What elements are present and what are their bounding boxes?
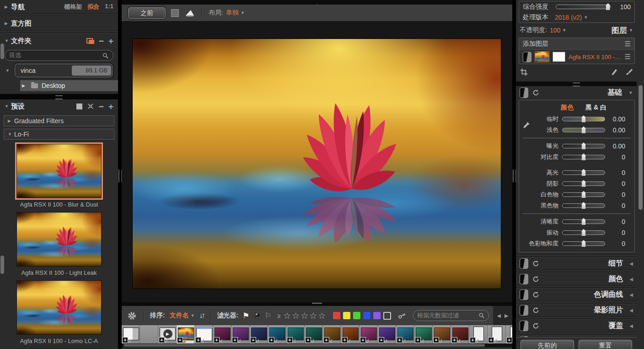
flag-unflagged-icon[interactable]: ⚐ (265, 311, 272, 321)
overall-intensity-slider[interactable] (556, 5, 611, 9)
collapse-triangle-icon[interactable]: ▼ (5, 104, 11, 109)
view-mode-1:1[interactable]: 1:1 (105, 3, 113, 11)
eraser-icon[interactable] (610, 68, 618, 76)
panel-toggle-icon[interactable] (520, 274, 528, 284)
slider-thumb[interactable] (582, 202, 586, 209)
presets-panel-header[interactable]: ▼ 预设 − + (0, 99, 118, 113)
slider-thumb[interactable] (582, 115, 586, 122)
chevron-left-icon[interactable]: ◀ (629, 277, 633, 282)
chevron-down-icon[interactable]: ▼ (584, 15, 588, 20)
filmstrip-cell[interactable]: + (414, 325, 433, 344)
chevron-left-icon[interactable]: ◀ (629, 261, 633, 266)
menu-icon[interactable]: ☰ (625, 53, 631, 61)
basic-panel-header[interactable]: 基础 ▼ (516, 86, 637, 99)
flag-reject-icon[interactable]: ⚑✕ (254, 311, 261, 321)
grid-view-icon[interactable] (76, 104, 82, 109)
slider-振动[interactable] (562, 230, 605, 235)
keyword-key-icon[interactable] (396, 309, 408, 322)
slider-黑色物[interactable] (562, 203, 605, 208)
tab-黑 & 白[interactable]: 黑 & 白 (585, 104, 606, 112)
filmstrip-cell[interactable]: + (122, 325, 140, 344)
filmstrip-cell[interactable]: + (433, 325, 451, 344)
collapse-triangle-icon[interactable]: ▼ (8, 132, 14, 136)
preset-thumbnail[interactable] (16, 280, 102, 335)
filmstrip-cell[interactable]: ▶+ (158, 325, 177, 344)
panel-toggle-icon[interactable] (520, 305, 528, 316)
slider-浅色[interactable] (562, 128, 605, 132)
collapse-triangle-icon[interactable]: ▼ (5, 38, 11, 43)
sort-value[interactable]: 文件名 (170, 311, 189, 320)
panel-toggle-icon[interactable] (520, 321, 528, 331)
slider-thumb[interactable] (582, 218, 586, 225)
flag-pick-icon[interactable]: ⚑ (242, 311, 249, 321)
filmstrip-cell[interactable]: + (341, 325, 360, 344)
expand-triangle-icon[interactable]: ▶ (22, 83, 28, 88)
slider-thumb[interactable] (582, 153, 586, 160)
nav-panel-header[interactable]: ▶ 导航 棚格架拟合1:1 (0, 0, 118, 14)
layer-mask-thumbnail[interactable] (553, 52, 565, 62)
before-button[interactable]: 之前 (128, 7, 166, 19)
section-header-细节[interactable]: 细节◀ (516, 257, 637, 270)
section-header-色调曲线[interactable]: 色调曲线◀ (516, 288, 637, 301)
drive-box[interactable]: vinca 89.1 GB (15, 64, 113, 77)
add-preset-button[interactable]: + (108, 102, 113, 111)
collapse-all-icon[interactable] (87, 103, 94, 110)
next-arrow-icon[interactable]: ▶ (504, 313, 508, 319)
view-mode-拟合[interactable]: 拟合 (87, 3, 99, 11)
crop-icon[interactable] (520, 68, 528, 76)
panel-toggle-icon[interactable] (520, 289, 528, 300)
filmstrip-cell[interactable]: + (213, 325, 231, 344)
slider-白色物[interactable] (562, 192, 605, 197)
scrollbar-thumb[interactable] (123, 344, 485, 347)
slider-thumb[interactable] (582, 126, 586, 133)
filmstrip-cell[interactable]: + (231, 325, 250, 344)
filmstrip-cell[interactable]: + (469, 325, 488, 344)
filmstrip-cell[interactable]: + (378, 325, 396, 344)
filmstrip-cell[interactable]: + (323, 325, 341, 344)
remove-preset-button[interactable]: − (99, 102, 104, 111)
filmstrip-scrollbar[interactable] (122, 344, 512, 347)
layout-value[interactable]: 单独 (226, 9, 239, 17)
right-splitter[interactable] (512, 0, 516, 349)
drive-row[interactable]: ▼ vinca 89.1 GB (5, 64, 113, 77)
gear-icon[interactable] (127, 311, 137, 321)
collapse-triangle-icon[interactable]: ▼ (5, 68, 12, 73)
color-label-#2a50f0[interactable] (363, 312, 370, 319)
add-layer-row[interactable]: 添加图层 ☰ (519, 38, 634, 50)
opacity-value[interactable]: 100 (550, 27, 560, 34)
filmstrip-cell[interactable]: + (195, 325, 213, 344)
reset-panel-icon[interactable] (532, 275, 540, 283)
slider-色彩饱和度[interactable] (562, 241, 605, 246)
filmstrip-cell[interactable]: + (488, 325, 506, 344)
menu-icon[interactable]: ☰ (625, 40, 631, 48)
chevron-down-icon[interactable]: ▼ (191, 313, 195, 318)
brush-icon[interactable] (625, 68, 633, 76)
folder-filter-input[interactable]: 筛选 (5, 50, 113, 61)
section-header-颜色[interactable]: 颜色◀ (516, 273, 637, 285)
preset-group-Lo-Fi[interactable]: ▼Lo-Fi (4, 129, 114, 140)
color-label-#d9453c[interactable] (333, 312, 340, 319)
metadata-filter-input[interactable]: 根据元数据过滤 (413, 310, 489, 321)
slider-thumb[interactable] (582, 169, 586, 176)
collapse-triangle-icon[interactable]: ▶ (5, 21, 11, 26)
slider-清晰度[interactable] (562, 219, 605, 224)
layer-visibility-icon[interactable] (523, 52, 531, 62)
histogram-panel-header[interactable]: ▶ 直方图 (0, 16, 118, 30)
section-header-覆盖[interactable]: 覆盖◀ (516, 319, 637, 332)
preview-box-icon[interactable] (171, 9, 179, 17)
reset-panel-icon[interactable] (532, 260, 540, 267)
layer-thumbnail[interactable] (535, 51, 549, 62)
left-splitter[interactable] (118, 0, 122, 349)
color-label-#4ad42c[interactable] (353, 312, 360, 319)
reset-button[interactable]: 重置 (579, 340, 632, 349)
add-folder-icon[interactable] (86, 38, 94, 44)
filmstrip-cell[interactable]: + (360, 325, 378, 344)
reset-panel-icon[interactable] (532, 89, 540, 97)
chevron-left-icon[interactable]: ◀ (629, 323, 633, 328)
right-panel-scrollbar[interactable] (639, 85, 643, 210)
filmstrip-cell[interactable]: + (451, 325, 469, 344)
slider-临时[interactable] (562, 117, 605, 121)
slider-高光[interactable] (562, 170, 605, 175)
filmstrip-cell[interactable]: + (177, 325, 195, 344)
slider-thumb[interactable] (582, 180, 586, 187)
